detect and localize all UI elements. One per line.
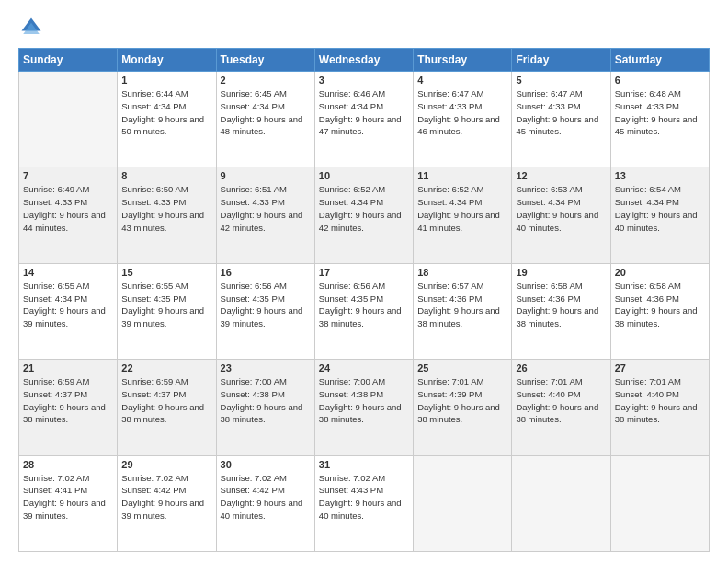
sunset-text: Sunset: 4:34 PM bbox=[516, 196, 606, 209]
daylight-text: Daylight: 9 hours and 47 minutes. bbox=[319, 113, 409, 139]
day-number: 18 bbox=[417, 267, 507, 278]
sunset-text: Sunset: 4:43 PM bbox=[319, 484, 409, 497]
calendar-cell: 21Sunrise: 6:59 AMSunset: 4:37 PMDayligh… bbox=[19, 360, 118, 455]
sunset-text: Sunset: 4:42 PM bbox=[221, 484, 311, 497]
logo bbox=[18, 15, 48, 40]
sunset-text: Sunset: 4:33 PM bbox=[516, 100, 606, 113]
day-number: 3 bbox=[319, 75, 409, 86]
sunrise-text: Sunrise: 6:50 AM bbox=[121, 183, 211, 196]
day-number: 27 bbox=[615, 362, 705, 373]
calendar-cell: 15Sunrise: 6:55 AMSunset: 4:35 PMDayligh… bbox=[118, 263, 216, 359]
sunset-text: Sunset: 4:39 PM bbox=[417, 388, 507, 401]
daylight-text: Daylight: 9 hours and 39 minutes. bbox=[121, 497, 211, 523]
calendar-header-row: SundayMondayTuesdayWednesdayThursdayFrid… bbox=[19, 49, 710, 72]
daylight-text: Daylight: 9 hours and 42 minutes. bbox=[221, 209, 311, 235]
calendar-cell: 9Sunrise: 6:51 AMSunset: 4:33 PMDaylight… bbox=[216, 167, 314, 263]
calendar-cell: 24Sunrise: 7:00 AMSunset: 4:38 PMDayligh… bbox=[314, 360, 413, 455]
daylight-text: Daylight: 9 hours and 45 minutes. bbox=[516, 113, 606, 139]
calendar-cell: 6Sunrise: 6:48 AMSunset: 4:33 PMDaylight… bbox=[610, 72, 709, 167]
daylight-text: Daylight: 9 hours and 40 minutes. bbox=[221, 497, 311, 523]
calendar-cell: 5Sunrise: 6:47 AMSunset: 4:33 PMDaylight… bbox=[512, 72, 610, 167]
daylight-text: Daylight: 9 hours and 39 minutes. bbox=[23, 304, 113, 330]
daylight-text: Daylight: 9 hours and 39 minutes. bbox=[23, 497, 113, 523]
sunrise-text: Sunrise: 6:47 AM bbox=[516, 87, 606, 100]
day-number: 31 bbox=[319, 459, 409, 470]
sunset-text: Sunset: 4:34 PM bbox=[417, 196, 507, 209]
day-number: 25 bbox=[417, 362, 507, 373]
col-header-wednesday: Wednesday bbox=[314, 49, 413, 72]
day-number: 26 bbox=[516, 362, 606, 373]
daylight-text: Daylight: 9 hours and 38 minutes. bbox=[319, 304, 409, 330]
sunset-text: Sunset: 4:42 PM bbox=[121, 484, 211, 497]
daylight-text: Daylight: 9 hours and 41 minutes. bbox=[417, 209, 507, 235]
calendar-cell: 26Sunrise: 7:01 AMSunset: 4:40 PMDayligh… bbox=[512, 360, 610, 455]
daylight-text: Daylight: 9 hours and 38 minutes. bbox=[615, 401, 705, 427]
logo-icon bbox=[18, 15, 44, 40]
daylight-text: Daylight: 9 hours and 38 minutes. bbox=[615, 304, 705, 330]
calendar-cell bbox=[414, 455, 512, 551]
sunset-text: Sunset: 4:37 PM bbox=[121, 388, 211, 401]
sunrise-text: Sunrise: 7:02 AM bbox=[121, 472, 211, 485]
sunrise-text: Sunrise: 6:46 AM bbox=[319, 87, 409, 100]
daylight-text: Daylight: 9 hours and 46 minutes. bbox=[417, 113, 507, 139]
calendar-cell: 8Sunrise: 6:50 AMSunset: 4:33 PMDaylight… bbox=[118, 167, 216, 263]
sunset-text: Sunset: 4:34 PM bbox=[319, 100, 409, 113]
sunrise-text: Sunrise: 6:59 AM bbox=[121, 375, 211, 388]
sunrise-text: Sunrise: 6:53 AM bbox=[516, 183, 606, 196]
col-header-saturday: Saturday bbox=[610, 49, 709, 72]
calendar-cell: 11Sunrise: 6:52 AMSunset: 4:34 PMDayligh… bbox=[414, 167, 512, 263]
day-number: 20 bbox=[615, 267, 705, 278]
calendar-cell: 17Sunrise: 6:56 AMSunset: 4:35 PMDayligh… bbox=[314, 263, 413, 359]
sunrise-text: Sunrise: 7:00 AM bbox=[221, 375, 311, 388]
daylight-text: Daylight: 9 hours and 38 minutes. bbox=[417, 304, 507, 330]
sunset-text: Sunset: 4:35 PM bbox=[319, 293, 409, 305]
daylight-text: Daylight: 9 hours and 38 minutes. bbox=[417, 401, 507, 427]
day-number: 8 bbox=[121, 170, 211, 181]
sunrise-text: Sunrise: 6:59 AM bbox=[23, 375, 113, 388]
sunset-text: Sunset: 4:41 PM bbox=[23, 484, 113, 497]
day-number: 9 bbox=[221, 170, 311, 181]
sunrise-text: Sunrise: 6:56 AM bbox=[319, 280, 409, 293]
sunset-text: Sunset: 4:34 PM bbox=[221, 100, 311, 113]
calendar-cell: 14Sunrise: 6:55 AMSunset: 4:34 PMDayligh… bbox=[19, 263, 118, 359]
day-number: 14 bbox=[23, 267, 113, 278]
day-number: 13 bbox=[615, 170, 705, 181]
sunrise-text: Sunrise: 6:48 AM bbox=[615, 87, 705, 100]
sunset-text: Sunset: 4:34 PM bbox=[615, 196, 705, 209]
page: SundayMondayTuesdayWednesdayThursdayFrid… bbox=[0, 0, 728, 563]
calendar-cell: 18Sunrise: 6:57 AMSunset: 4:36 PMDayligh… bbox=[414, 263, 512, 359]
calendar-cell: 4Sunrise: 6:47 AMSunset: 4:33 PMDaylight… bbox=[414, 72, 512, 167]
sunset-text: Sunset: 4:36 PM bbox=[516, 293, 606, 305]
calendar-cell: 30Sunrise: 7:02 AMSunset: 4:42 PMDayligh… bbox=[216, 455, 314, 551]
sunset-text: Sunset: 4:35 PM bbox=[221, 293, 311, 305]
sunrise-text: Sunrise: 6:52 AM bbox=[417, 183, 507, 196]
daylight-text: Daylight: 9 hours and 40 minutes. bbox=[319, 497, 409, 523]
calendar-cell: 20Sunrise: 6:58 AMSunset: 4:36 PMDayligh… bbox=[610, 263, 709, 359]
sunset-text: Sunset: 4:38 PM bbox=[319, 388, 409, 401]
sunrise-text: Sunrise: 7:01 AM bbox=[516, 375, 606, 388]
day-number: 21 bbox=[23, 362, 113, 373]
sunset-text: Sunset: 4:33 PM bbox=[121, 196, 211, 209]
calendar-cell: 22Sunrise: 6:59 AMSunset: 4:37 PMDayligh… bbox=[118, 360, 216, 455]
day-number: 10 bbox=[319, 170, 409, 181]
daylight-text: Daylight: 9 hours and 38 minutes. bbox=[516, 401, 606, 427]
day-number: 11 bbox=[417, 170, 507, 181]
sunrise-text: Sunrise: 7:02 AM bbox=[221, 472, 311, 485]
calendar-week-row: 14Sunrise: 6:55 AMSunset: 4:34 PMDayligh… bbox=[19, 263, 710, 359]
sunset-text: Sunset: 4:33 PM bbox=[23, 196, 113, 209]
calendar-cell: 29Sunrise: 7:02 AMSunset: 4:42 PMDayligh… bbox=[118, 455, 216, 551]
daylight-text: Daylight: 9 hours and 38 minutes. bbox=[221, 401, 311, 427]
sunrise-text: Sunrise: 6:51 AM bbox=[221, 183, 311, 196]
col-header-friday: Friday bbox=[512, 49, 610, 72]
calendar-cell: 23Sunrise: 7:00 AMSunset: 4:38 PMDayligh… bbox=[216, 360, 314, 455]
sunrise-text: Sunrise: 7:02 AM bbox=[319, 472, 409, 485]
sunset-text: Sunset: 4:36 PM bbox=[615, 293, 705, 305]
calendar-cell bbox=[610, 455, 709, 551]
sunrise-text: Sunrise: 6:56 AM bbox=[221, 280, 311, 293]
calendar-cell: 12Sunrise: 6:53 AMSunset: 4:34 PMDayligh… bbox=[512, 167, 610, 263]
daylight-text: Daylight: 9 hours and 38 minutes. bbox=[516, 304, 606, 330]
calendar-cell: 19Sunrise: 6:58 AMSunset: 4:36 PMDayligh… bbox=[512, 263, 610, 359]
sunrise-text: Sunrise: 6:52 AM bbox=[319, 183, 409, 196]
calendar-cell: 25Sunrise: 7:01 AMSunset: 4:39 PMDayligh… bbox=[414, 360, 512, 455]
daylight-text: Daylight: 9 hours and 38 minutes. bbox=[319, 401, 409, 427]
